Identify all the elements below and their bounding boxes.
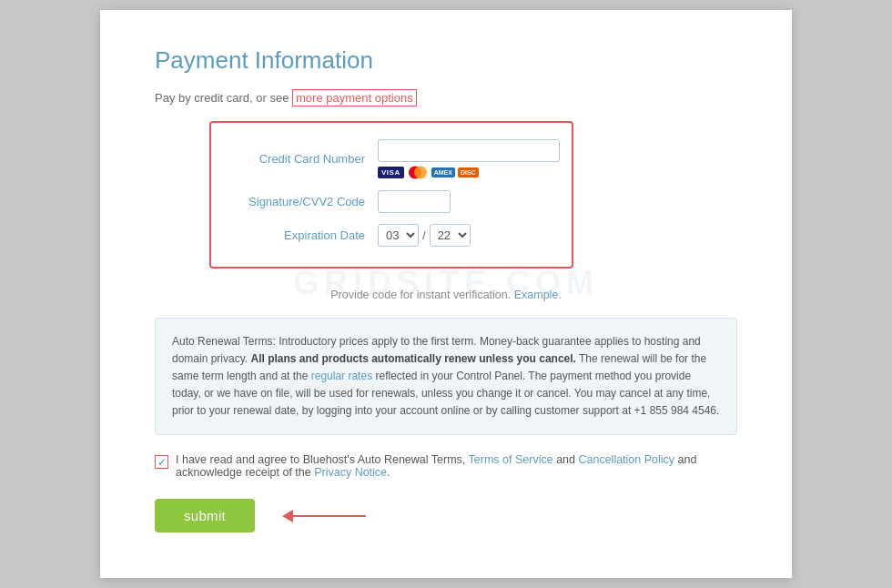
cancellation-policy-link[interactable]: Cancellation Policy (578, 453, 674, 466)
cvv-row: Signature/CVV2 Code (233, 190, 550, 213)
regular-rates-link[interactable]: regular rates (311, 370, 372, 382)
credit-card-row: Credit Card Number VISA AMEX DISC (233, 139, 550, 179)
verify-example-link[interactable]: Example. (514, 289, 562, 301)
expiry-separator: / (422, 228, 426, 242)
expiry-year-select[interactable]: 22 23 24 25 26 27 28 (430, 224, 471, 247)
credit-card-field-group: VISA AMEX DISC (378, 139, 560, 179)
expiry-label: Expiration Date (233, 228, 365, 242)
amex-icon: AMEX (431, 167, 455, 177)
expiry-month-select[interactable]: 01 02 03 04 05 06 07 08 09 10 11 12 (378, 224, 419, 247)
mastercard-icon (407, 166, 429, 179)
agree-text: I have read and agree to Bluehost's Auto… (176, 453, 737, 479)
verify-text-row: Provide code for instant verification. E… (155, 289, 737, 301)
discover-icon: DISC (458, 167, 479, 177)
terms-bold: All plans and products automatically ren… (250, 352, 575, 365)
checkbox-check: ✓ (157, 457, 167, 468)
privacy-notice-link[interactable]: Privacy Notice (314, 466, 387, 479)
agree-dot: . (387, 466, 390, 479)
cvv-input[interactable] (378, 190, 451, 213)
arrow-line (293, 515, 366, 517)
submit-button[interactable]: submit (155, 499, 255, 532)
terms-of-service-link[interactable]: Terms of Service (469, 453, 553, 466)
arrow-indicator (282, 510, 366, 522)
subtitle-text: Pay by credit card, or see (155, 91, 289, 105)
visa-icon: VISA (378, 167, 404, 178)
verify-text: Provide code for instant verification. (330, 289, 511, 301)
expiry-row: Expiration Date 01 02 03 04 05 06 07 08 … (233, 224, 550, 247)
agree-middle: and (553, 453, 579, 466)
agree-prefix: I have read and agree to Bluehost's Auto… (176, 453, 469, 466)
arrow-head (282, 510, 293, 522)
more-payment-options-link[interactable]: more payment options (292, 89, 417, 106)
agree-row: ✓ I have read and agree to Bluehost's Au… (155, 453, 737, 479)
subtitle-row: Pay by credit card, or see more payment … (155, 91, 737, 105)
payment-card: GRIDSITE.COM Payment Information Pay by … (100, 10, 792, 579)
terms-box: Auto Renewal Terms: Introductory prices … (155, 318, 737, 436)
svg-point-1 (414, 166, 427, 178)
submit-row: submit (155, 499, 737, 532)
credit-card-label: Credit Card Number (233, 152, 365, 166)
agree-checkbox[interactable]: ✓ (155, 455, 168, 469)
credit-card-input[interactable] (378, 139, 560, 162)
cvv-label: Signature/CVV2 Code (233, 195, 365, 208)
payment-form-box: Credit Card Number VISA AMEX DISC Signat… (209, 121, 573, 269)
card-icons-row: VISA AMEX DISC (378, 166, 560, 179)
page-title: Payment Information (155, 46, 737, 75)
